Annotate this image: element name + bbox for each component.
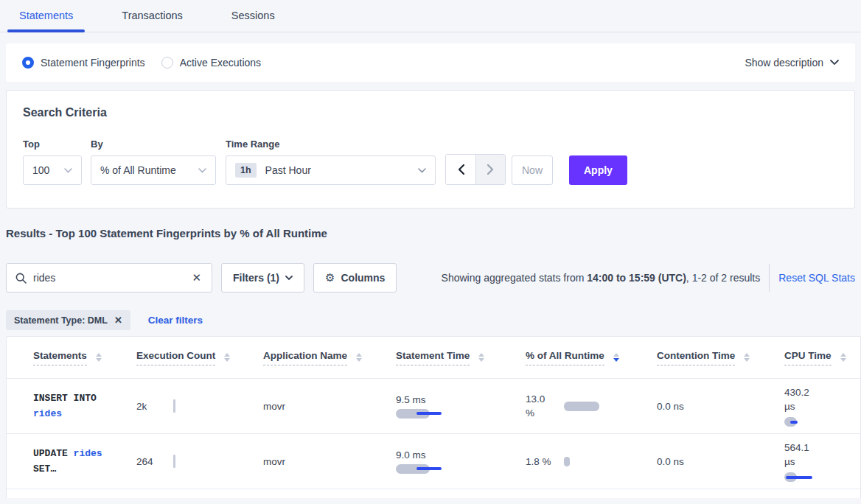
column-header-cpu-time[interactable]: CPU Time <box>784 350 861 365</box>
reset-sql-stats-link[interactable]: Reset SQL Stats <box>778 272 855 284</box>
tab-sessions[interactable]: Sessions <box>220 0 287 32</box>
columns-button[interactable]: ⚙ Columns <box>313 263 397 293</box>
statements-table: Statements Execution Count Application N… <box>6 336 861 498</box>
table-row: INSERT INTO rides 2k movr 9.5 ms 13.0 % … <box>7 379 860 434</box>
sort-icon[interactable] <box>356 353 362 362</box>
search-icon <box>15 273 27 284</box>
statement-time-value: 9.5 ms <box>396 394 526 405</box>
radio-unselected-icon[interactable] <box>161 57 173 69</box>
cpu-time-value: 564.1 µs <box>784 441 818 469</box>
execution-count-value: 2k <box>136 401 147 412</box>
cpu-time-bar <box>784 417 861 427</box>
filters-button[interactable]: Filters (1) <box>221 263 304 293</box>
runtime-pct-cell: 13.0 % <box>526 392 657 420</box>
search-criteria-card: Search Criteria Top 100 By % of All Runt… <box>6 90 855 209</box>
runtime-pct-value: 1.8 % <box>526 455 555 469</box>
top-tab-bar: Statements Transactions Sessions <box>0 0 861 32</box>
time-range-select[interactable]: 1h Past Hour <box>226 155 436 185</box>
radio-statement-fingerprints[interactable]: Statement Fingerprints <box>22 57 145 69</box>
top-select[interactable]: 100 <box>23 155 82 185</box>
radio-selected-icon[interactable] <box>22 57 34 69</box>
chevron-down-icon <box>418 168 426 173</box>
sort-icon[interactable] <box>224 353 230 362</box>
statement-fingerprint-cell: INSERT INTO rides <box>33 391 126 421</box>
chevron-down-icon <box>198 168 206 173</box>
clear-filters-link[interactable]: Clear filters <box>148 315 203 326</box>
previous-time-button[interactable] <box>446 155 475 184</box>
chevron-down-icon <box>285 276 293 281</box>
results-controls-row: ✕ Filters (1) ⚙ Columns Showing aggregat… <box>6 263 855 293</box>
runtime-pct-value: 13.0 % <box>526 392 555 420</box>
time-range-badge: 1h <box>235 163 257 178</box>
radio-active-executions-label: Active Executions <box>180 57 262 69</box>
column-header-runtime-pct[interactable]: % of All Runtime <box>526 350 657 365</box>
stats-suffix: , 1-2 of 2 results <box>686 272 760 284</box>
by-field: By % of All Runtime <box>82 139 216 185</box>
column-header-label: CPU Time <box>784 350 832 365</box>
execution-count-cell: 264 <box>136 456 263 467</box>
statement-time-cell: 9.5 ms <box>396 394 526 419</box>
next-time-button[interactable] <box>475 155 505 184</box>
statement-link[interactable]: rides <box>74 448 102 459</box>
by-label: By <box>91 139 216 150</box>
contention-time-cell: 0.0 ns <box>657 401 784 412</box>
sort-icon[interactable] <box>478 353 484 362</box>
column-header-label: Statement Time <box>396 350 470 365</box>
show-description-label: Show description <box>745 57 823 69</box>
top-label: Top <box>23 139 82 150</box>
sort-icon[interactable] <box>96 353 102 362</box>
time-range-field: Time Range 1h Past Hour <box>216 139 436 185</box>
execution-count-bar <box>173 455 175 468</box>
filter-chip-label: Statement Type: DML <box>14 315 108 326</box>
time-range-value: Past Hour <box>265 164 311 176</box>
runtime-pct-bar <box>564 402 599 411</box>
vertical-divider <box>769 264 770 292</box>
column-header-application-name[interactable]: Application Name <box>263 350 396 365</box>
clear-search-icon[interactable]: ✕ <box>190 271 203 284</box>
table-row: UPDATE rides SET… 264 movr 9.0 ms 1.8 % … <box>7 434 860 489</box>
apply-button[interactable]: Apply <box>569 155 627 185</box>
statement-time-value: 9.0 ms <box>396 449 526 461</box>
now-button[interactable]: Now <box>512 155 553 185</box>
column-header-statements[interactable]: Statements <box>33 350 136 365</box>
sort-icon[interactable] <box>840 353 846 362</box>
tab-transactions[interactable]: Transactions <box>110 0 194 32</box>
time-range-label: Time Range <box>226 139 436 150</box>
top-field: Top 100 <box>23 139 82 185</box>
by-select-value: % of All Runtime <box>100 164 176 176</box>
column-header-label: Statements <box>33 350 87 365</box>
runtime-pct-cell: 1.8 % <box>526 455 657 469</box>
tab-statements[interactable]: Statements <box>7 0 85 32</box>
table-header-row: Statements Execution Count Application N… <box>7 337 860 379</box>
sql-text: SET… <box>33 463 56 475</box>
stats-prefix: Showing aggregated stats from <box>442 272 588 284</box>
filters-button-label: Filters (1) <box>233 272 279 284</box>
execution-count-value: 264 <box>136 456 153 467</box>
runtime-pct-bar <box>564 457 570 466</box>
radio-statement-fingerprints-label: Statement Fingerprints <box>41 57 145 69</box>
column-header-execution-count[interactable]: Execution Count <box>136 350 263 365</box>
time-nav-group <box>445 154 506 185</box>
statement-link[interactable]: rides <box>33 408 62 419</box>
sort-icon[interactable] <box>744 353 750 362</box>
column-header-contention-time[interactable]: Contention Time <box>657 350 784 365</box>
column-header-statement-time[interactable]: Statement Time <box>396 350 526 365</box>
cpu-time-bar <box>784 472 861 482</box>
search-input[interactable] <box>33 272 190 284</box>
execution-count-bar <box>173 399 175 413</box>
search-box[interactable]: ✕ <box>6 263 212 293</box>
statement-time-bar <box>396 409 526 419</box>
contention-time-cell: 0.0 ns <box>657 456 784 467</box>
results-heading: Results - Top 100 Statement Fingerprints… <box>6 226 855 241</box>
show-description-toggle[interactable]: Show description <box>745 57 839 69</box>
remove-filter-icon[interactable]: ✕ <box>114 315 122 326</box>
by-select[interactable]: % of All Runtime <box>91 155 216 185</box>
statement-time-cell: 9.0 ms <box>396 449 526 474</box>
chevron-down-icon <box>64 168 72 173</box>
columns-button-label: Columns <box>341 272 385 284</box>
sort-icon-active[interactable] <box>613 353 619 362</box>
cpu-time-cell: 564.1 µs <box>784 441 861 482</box>
filter-chip-statement-type[interactable]: Statement Type: DML ✕ <box>6 310 130 330</box>
sql-text: UPDATE <box>33 448 74 459</box>
radio-active-executions[interactable]: Active Executions <box>161 57 262 69</box>
